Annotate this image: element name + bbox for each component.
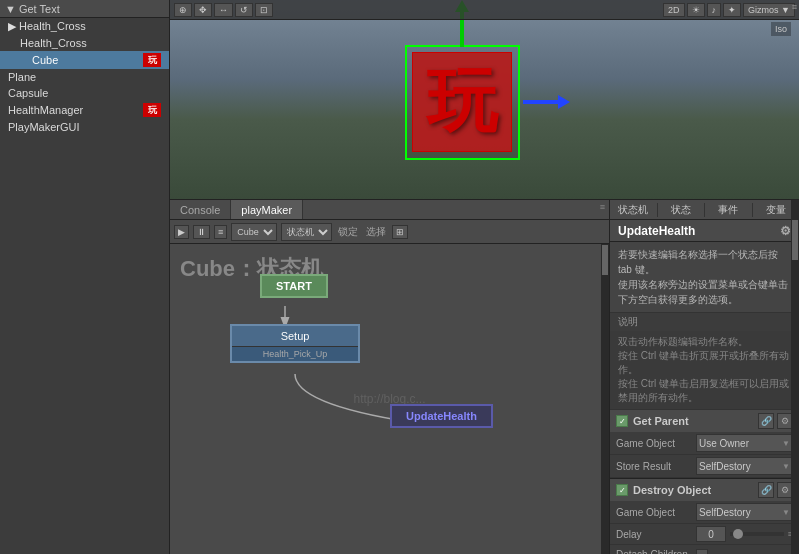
get-parent-title: Get Parent xyxy=(633,415,753,427)
destroy-gameobject-field: Game Object SelfDestory ▼ xyxy=(610,501,799,524)
pm-select-label: 选择 xyxy=(364,225,388,239)
get-parent-storeresult-select[interactable]: SelfDestory ▼ xyxy=(696,457,793,475)
get-parent-gameobject-arrow: ▼ xyxy=(782,439,790,448)
destroy-delay-slider-row: 0 ≡ xyxy=(696,526,793,542)
scene-view: 玩 Iso ⊕ ✥ xyxy=(170,0,799,200)
get-parent-storeresult-arrow: ▼ xyxy=(782,462,790,471)
inspector-panel: 状态机 状态 事件 变量 UpdateHealth ⚙ 若要快速 xyxy=(610,200,799,554)
destroy-object-enabled[interactable]: ✓ xyxy=(616,484,628,496)
pm-play-btn[interactable]: ▶ xyxy=(174,225,189,239)
hierarchy-item-playmakergui[interactable]: PlayMakerGUI xyxy=(0,119,169,135)
scene-tool-1[interactable]: ⊕ xyxy=(174,3,192,17)
hierarchy-panel: ▼ Get Text ▶ Health_Cross Health_Cross C… xyxy=(0,0,170,554)
inspector-scrollbar[interactable] xyxy=(791,200,799,554)
cube-badge: 玩 xyxy=(143,53,161,67)
get-parent-enabled[interactable]: ✓ xyxy=(616,415,628,427)
destroy-gameobject-value: SelfDestory xyxy=(699,507,751,518)
inspector-desc2: 双击动作标题编辑动作名称。按住 Ctrl 键单击折页展开或折叠所有动作。按住 C… xyxy=(610,331,799,410)
pm-lock-label: 锁定 xyxy=(336,225,360,239)
inspector-wrapper: 状态机 状态 事件 变量 UpdateHealth ⚙ 若要快速 xyxy=(610,200,799,554)
destroy-object-icons: 🔗 ⚙ xyxy=(758,482,793,498)
scene-light-toggle[interactable]: ☀ xyxy=(687,3,705,17)
destroy-gameobject-select[interactable]: SelfDestory ▼ xyxy=(696,503,793,521)
destroy-gameobject-arrow: ▼ xyxy=(782,508,790,517)
pm-panel-menu[interactable]: ≡ xyxy=(596,200,609,219)
inspector-scroll-thumb[interactable] xyxy=(792,220,798,260)
pm-scroll-thumb[interactable] xyxy=(602,245,608,275)
hierarchy-title: ▼ Get Text xyxy=(5,3,60,15)
tab-playmaker[interactable]: playMaker xyxy=(231,200,303,219)
inspector-gear-icon[interactable]: ⚙ xyxy=(780,224,791,238)
scene-audio-toggle[interactable]: ♪ xyxy=(707,3,722,17)
sm-setup-node[interactable]: Setup Health_Pick_Up xyxy=(230,324,360,363)
inspector-tabs: 状态机 状态 事件 变量 xyxy=(610,200,799,220)
get-parent-section: ✓ Get Parent 🔗 ⚙ Game Object xyxy=(610,410,799,479)
hierarchy-item-cube[interactable]: Cube 玩 xyxy=(0,51,169,69)
pm-step-btn[interactable]: ≡ xyxy=(214,225,227,239)
cube-3d-viewport: 玩 xyxy=(365,20,565,190)
pm-expand-btn[interactable]: ⊞ xyxy=(392,225,408,239)
sm-updatehealth-node[interactable]: UpdateHealth xyxy=(390,404,493,428)
inspector-tab-event[interactable]: 事件 xyxy=(705,203,753,217)
inspector-header: UpdateHealth ⚙ xyxy=(610,220,799,242)
inspector-title: UpdateHealth xyxy=(618,224,695,238)
sm-update-label: UpdateHealth xyxy=(406,410,477,422)
scene-tool-5[interactable]: ⊡ xyxy=(255,3,273,17)
inspector-body: 若要快速编辑名称选择一个状态后按 tab 键。使用该名称旁边的设置菜单或合键单击… xyxy=(610,242,799,554)
scene-tool-2[interactable]: ✥ xyxy=(194,3,212,17)
get-parent-header[interactable]: ✓ Get Parent 🔗 ⚙ xyxy=(610,410,799,432)
get-parent-gameobject-value: Use Owner xyxy=(699,438,749,449)
pm-scrollbar[interactable] xyxy=(601,244,609,554)
sm-start-label: START xyxy=(276,280,312,292)
iso-label: Iso xyxy=(771,22,791,36)
z-axis-arrow xyxy=(523,95,570,109)
cube-container: 玩 xyxy=(400,40,530,170)
tab-playmaker-label: playMaker xyxy=(241,204,292,216)
tab-console-label: Console xyxy=(180,204,220,216)
destroy-delay-field: Delay 0 ≡ xyxy=(610,524,799,545)
destroy-delay-value[interactable]: 0 xyxy=(696,526,726,542)
pm-toolbar: ▶ ⏸ ≡ Cube 状态机 锁定 选择 ⊞ xyxy=(170,220,609,244)
sm-setup-title: Setup xyxy=(232,326,358,346)
get-parent-gameobject-select[interactable]: Use Owner ▼ xyxy=(696,434,793,452)
scene-tool-4[interactable]: ↺ xyxy=(235,3,253,17)
destroy-object-link-icon[interactable]: 🔗 xyxy=(758,482,774,498)
pm-tabs: Console playMaker ≡ xyxy=(170,200,609,220)
inspector-desc1: 若要快速编辑名称选择一个状态后按 tab 键。使用该名称旁边的设置菜单或合键单击… xyxy=(610,242,799,313)
get-parent-storeresult-value: SelfDestory xyxy=(699,461,751,472)
pm-state-select[interactable]: 状态机 xyxy=(281,223,332,241)
inspector-tab-state[interactable]: 状态 xyxy=(658,203,706,217)
hierarchy-item-capsule[interactable]: Capsule xyxy=(0,85,169,101)
scene-2d-toggle[interactable]: 2D xyxy=(663,3,685,17)
playmaker-panel: Console playMaker ≡ ▶ ⏸ ≡ Cube xyxy=(170,200,610,554)
destroy-delay-thumb xyxy=(733,529,743,539)
pm-pause-btn[interactable]: ⏸ xyxy=(193,225,210,239)
scene-tool-3[interactable]: ↔ xyxy=(214,3,233,17)
hierarchy-item-plane[interactable]: Plane xyxy=(0,69,169,85)
destroy-detach-checkbox[interactable] xyxy=(696,549,708,555)
scene-fx-toggle[interactable]: ✦ xyxy=(723,3,741,17)
destroy-object-header[interactable]: ✓ Destroy Object 🔗 ⚙ xyxy=(610,479,799,501)
get-parent-link-icon[interactable]: 🔗 xyxy=(758,413,774,429)
get-parent-gameobject-field: Game Object Use Owner ▼ xyxy=(610,432,799,455)
hierarchy-item-healthmanager[interactable]: HealthManager 玩 xyxy=(0,101,169,119)
pm-object-select[interactable]: Cube xyxy=(231,223,277,241)
cube-face: 玩 xyxy=(412,52,512,152)
get-parent-storeresult-field: Store Result SelfDestory ▼ xyxy=(610,455,799,478)
hierarchy-header: ▼ Get Text xyxy=(0,0,169,18)
destroy-delay-slider[interactable] xyxy=(730,532,784,536)
inspector-desc-label: 说明 xyxy=(610,313,799,331)
cube-chinese-char: 玩 xyxy=(427,55,497,149)
hierarchy-item-health-cross-parent[interactable]: ▶ Health_Cross xyxy=(0,18,169,35)
hierarchy-item-health-cross[interactable]: Health_Cross xyxy=(0,35,169,51)
sm-setup-sub: Health_Pick_Up xyxy=(232,346,358,361)
tab-console[interactable]: Console xyxy=(170,200,231,219)
destroy-object-title: Destroy Object xyxy=(633,484,753,496)
panel-menu-icon[interactable]: ≡ xyxy=(790,0,799,14)
hierarchy-items: ▶ Health_Cross Health_Cross Cube 玩 Plane… xyxy=(0,18,169,554)
healthmanager-badge: 玩 xyxy=(143,103,161,117)
pm-canvas[interactable]: Cube：状态机 http://blog.c... START xyxy=(170,244,609,554)
sm-start-node[interactable]: START xyxy=(260,274,328,298)
inspector-tab-state-machine[interactable]: 状态机 xyxy=(610,203,658,217)
scene-gizmos-toggle[interactable]: Gizmos ▼ xyxy=(743,3,795,17)
